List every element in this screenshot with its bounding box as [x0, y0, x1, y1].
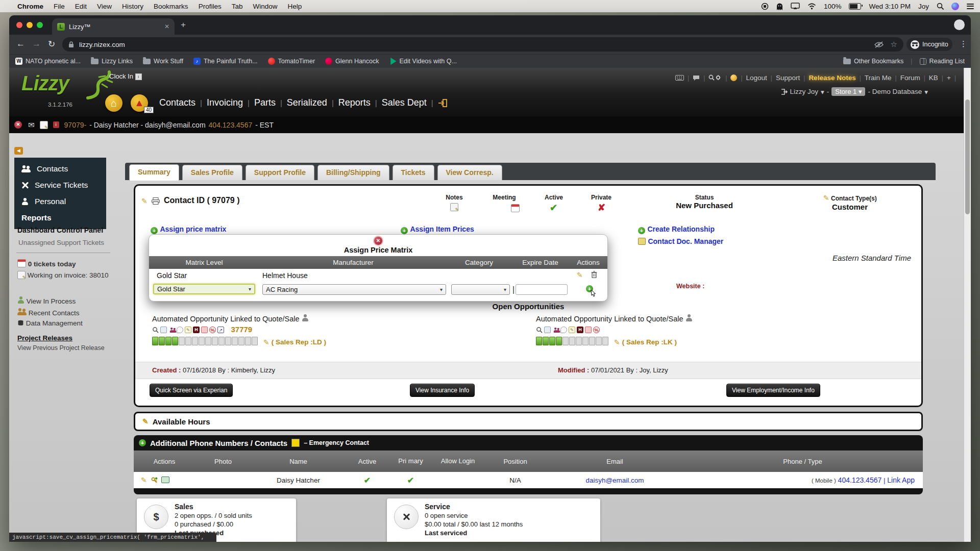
project-releases[interactable]: Project Releases: [14, 327, 112, 342]
link-forum[interactable]: Forum: [900, 74, 920, 82]
wifi-icon[interactable]: [807, 3, 816, 10]
bookmark-star-icon[interactable]: ☆: [891, 40, 897, 49]
percent-icon[interactable]: %: [593, 327, 600, 333]
eye-slash-icon[interactable]: [874, 41, 884, 48]
edit-row-icon[interactable]: ✎: [577, 271, 583, 279]
menu-chrome[interactable]: Chrome: [17, 3, 43, 10]
menu-tab[interactable]: Tab: [232, 3, 243, 10]
menu-profiles[interactable]: Profiles: [199, 3, 222, 10]
history-icon[interactable]: H: [193, 327, 200, 333]
comment-icon[interactable]: [177, 327, 183, 333]
edit-contact-icon[interactable]: ✎: [141, 197, 148, 205]
edit-contact-type-icon[interactable]: ✎: [823, 194, 829, 202]
menu-file[interactable]: File: [54, 3, 65, 10]
back-button[interactable]: ←: [16, 39, 25, 49]
keyboard-icon[interactable]: [675, 75, 684, 81]
contact-phone[interactable]: 404.123.4567: [209, 121, 253, 129]
new-tab-button[interactable]: +: [181, 20, 186, 30]
popup-close-button[interactable]: ✕: [374, 237, 382, 245]
record-icon[interactable]: [761, 3, 769, 10]
link-logout[interactable]: Logout: [746, 74, 767, 82]
people-icon[interactable]: [552, 327, 559, 333]
search-settings-icon[interactable]: [708, 74, 722, 81]
magnifier-icon[interactable]: [152, 327, 159, 333]
link-release-notes[interactable]: Release Notes: [808, 74, 855, 82]
reload-button[interactable]: ↻: [48, 39, 55, 49]
assign-price-matrix-link[interactable]: + Assign price matrix: [151, 224, 226, 234]
email-icon[interactable]: ✉: [28, 120, 35, 130]
data-management[interactable]: Data Management: [14, 317, 112, 327]
nav-serialized[interactable]: Serialized: [287, 97, 327, 108]
link-kb[interactable]: KB: [929, 74, 938, 82]
insurance-button[interactable]: View Insurance Info: [410, 384, 475, 397]
menubar-clock[interactable]: Wed 3:10 PM: [869, 3, 911, 10]
nav-sales-dept[interactable]: Sales Dept: [382, 97, 427, 108]
add-phone-button[interactable]: +: [139, 439, 146, 446]
history-icon[interactable]: H: [577, 327, 583, 333]
edit-note-icon[interactable]: ✎: [569, 327, 575, 333]
tab-view-corresp[interactable]: View Corresp.: [437, 165, 502, 180]
opp-number-link[interactable]: 37779: [231, 325, 252, 334]
zoom-window-button[interactable]: [37, 22, 43, 28]
menu-bookmarks[interactable]: Bookmarks: [154, 3, 188, 10]
link-plus[interactable]: +: [947, 74, 951, 82]
database-selector[interactable]: - Demo Database: [868, 88, 922, 95]
forward-button[interactable]: →: [32, 39, 41, 49]
screen-mirroring-icon[interactable]: [791, 3, 800, 10]
bookmark-work-stuff[interactable]: Work Stuff: [143, 58, 183, 65]
vcard-icon[interactable]: [161, 477, 169, 483]
compose-note-icon[interactable]: [40, 121, 48, 129]
tickets-today[interactable]: 0 tickets today: [14, 253, 112, 268]
edit-note-icon[interactable]: ✎: [185, 327, 191, 333]
grid-icon[interactable]: [201, 327, 208, 333]
edit-hours-icon[interactable]: ✎: [142, 417, 149, 425]
siri-icon[interactable]: [951, 3, 959, 10]
browser-tab[interactable]: L Lizzy™ ✕: [52, 18, 175, 35]
phone-number-link[interactable]: 404.123.4567: [838, 476, 882, 484]
delete-row-icon[interactable]: [591, 271, 597, 278]
notification-dot-icon[interactable]: [730, 74, 737, 81]
assign-item-prices-link[interactable]: + Assign Item Prices: [401, 224, 474, 234]
recent-contacts[interactable]: Recent Contacts: [14, 305, 112, 317]
home-button[interactable]: ⌂: [105, 94, 122, 112]
spotlight-icon[interactable]: [937, 3, 944, 10]
people-icon[interactable]: [168, 327, 175, 333]
tab-billing-shipping[interactable]: Billing/Shipping: [317, 165, 389, 180]
menu-edit[interactable]: Edit: [75, 3, 87, 10]
export-icon[interactable]: ↗: [217, 327, 224, 333]
lizzy-logo[interactable]: Lizzy: [21, 72, 69, 95]
bookmark-nato[interactable]: WNATO phonetic al...: [15, 58, 81, 65]
comment-icon[interactable]: [560, 327, 567, 333]
bookmark-edit-videos[interactable]: Edit Videos with Q...: [389, 58, 457, 65]
store-selector[interactable]: Store 1 ▾: [831, 87, 865, 96]
phone-contact-row[interactable]: ✎ Daisy Hatcher ✔ ✔ N/A daisyh@email.com…: [134, 472, 923, 488]
sidebar-item-personal[interactable]: Personal: [14, 193, 106, 210]
battery-icon[interactable]: [849, 3, 861, 10]
minimize-window-button[interactable]: [27, 22, 33, 28]
edit-icon[interactable]: ✎: [141, 476, 147, 484]
magnifier-icon[interactable]: [536, 327, 543, 333]
snagit-icon[interactable]: [776, 3, 783, 10]
employment-button[interactable]: View Employment/Income Info: [726, 384, 820, 397]
info-icon[interactable]: i: [135, 73, 142, 80]
print-icon[interactable]: [152, 197, 160, 205]
clock-in-link[interactable]: Clock In i: [109, 72, 142, 80]
nav-parts[interactable]: Parts: [254, 97, 276, 108]
contact-doc-manager-link[interactable]: Contact Doc. Manager: [638, 237, 723, 246]
sidebar-collapse-button[interactable]: ◀: [14, 147, 23, 155]
expire-date-input[interactable]: [516, 284, 568, 295]
view-previous-release[interactable]: View Previous Project Release: [14, 342, 112, 352]
bookmark-tomatotimer[interactable]: TomatoTimer: [268, 58, 315, 65]
row-email-link[interactable]: daisyh@email.com: [547, 477, 682, 484]
control-center-icon[interactable]: [967, 4, 974, 9]
percent-icon[interactable]: %: [209, 327, 216, 333]
tab-summary[interactable]: Summary: [129, 164, 179, 181]
menu-window[interactable]: Window: [253, 3, 277, 10]
card-icon[interactable]: [544, 327, 551, 333]
bookmark-lizzy-links[interactable]: Lizzy Links: [91, 58, 133, 65]
link-app-link[interactable]: Link App: [887, 476, 915, 484]
manufacturer-select[interactable]: AC Racing▾: [262, 284, 446, 295]
menu-history[interactable]: History: [122, 3, 143, 10]
close-window-button[interactable]: [16, 22, 22, 28]
reading-list[interactable]: Reading List: [920, 58, 965, 65]
